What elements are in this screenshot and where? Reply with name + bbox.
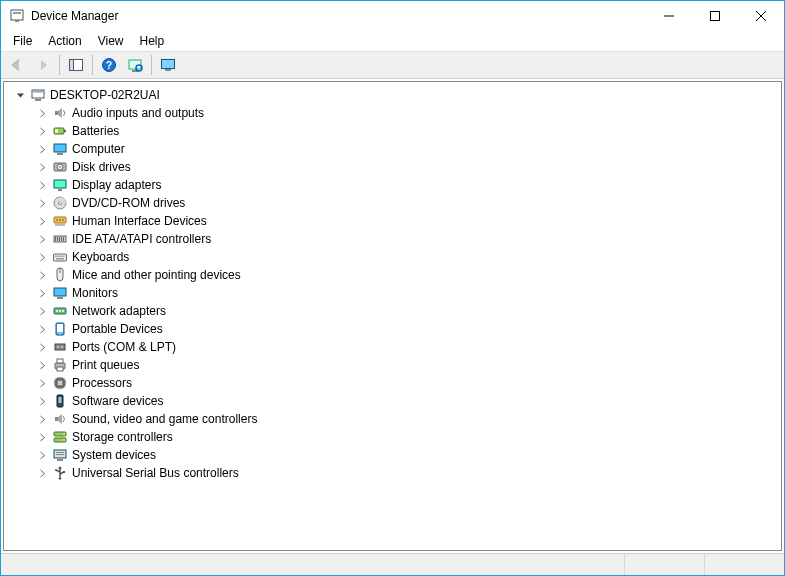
statusbar-cell — [624, 554, 704, 575]
tree-root-node[interactable]: DESKTOP-02R2UAI — [8, 86, 781, 104]
tree-node[interactable]: Batteries — [8, 122, 781, 140]
chevron-right-icon[interactable] — [36, 413, 48, 425]
tree-node-label: Print queues — [72, 358, 139, 372]
tree-node-label: Portable Devices — [72, 322, 163, 336]
minimize-button[interactable] — [646, 1, 692, 31]
tree-node[interactable]: Sound, video and game controllers — [8, 410, 781, 428]
chevron-right-icon[interactable] — [36, 125, 48, 137]
chevron-right-icon[interactable] — [36, 179, 48, 191]
tree-node[interactable]: Storage controllers — [8, 428, 781, 446]
tree-node-label: Computer — [72, 142, 125, 156]
chevron-right-icon[interactable] — [36, 215, 48, 227]
toolbar-forward-button[interactable] — [31, 53, 55, 77]
tree-node-label: Disk drives — [72, 160, 131, 174]
tree-node[interactable]: Computer — [8, 140, 781, 158]
tree-node[interactable]: Software devices — [8, 392, 781, 410]
tree-node[interactable]: Print queues — [8, 356, 781, 374]
tree-node[interactable]: DVD/CD-ROM drives — [8, 194, 781, 212]
chevron-right-icon[interactable] — [36, 197, 48, 209]
tree-node[interactable]: Monitors — [8, 284, 781, 302]
tree-node[interactable]: Portable Devices — [8, 320, 781, 338]
arrow-left-icon — [9, 57, 25, 73]
menu-view[interactable]: View — [90, 32, 132, 50]
tree-node-label: Mice and other pointing devices — [72, 268, 241, 282]
toolbar-scan-button[interactable] — [123, 53, 147, 77]
chevron-right-icon[interactable] — [36, 395, 48, 407]
svg-rect-2 — [15, 20, 19, 22]
tree-node[interactable]: Disk drives — [8, 158, 781, 176]
window-buttons — [646, 1, 784, 31]
tree-node-label: Monitors — [72, 286, 118, 300]
menu-file[interactable]: File — [5, 32, 40, 50]
maximize-button[interactable] — [692, 1, 738, 31]
device-manager-window: Device Manager File Action View Help — [0, 0, 785, 576]
hid-icon — [52, 213, 68, 229]
usb-icon — [52, 465, 68, 481]
tree-node[interactable]: Ports (COM & LPT) — [8, 338, 781, 356]
chevron-right-icon[interactable] — [36, 359, 48, 371]
system-icon — [52, 447, 68, 463]
tree-node-label: Sound, video and game controllers — [72, 412, 257, 426]
tree-node[interactable]: Human Interface Devices — [8, 212, 781, 230]
tree-node-label: Network adapters — [72, 304, 166, 318]
menu-action[interactable]: Action — [40, 32, 89, 50]
svg-rect-8 — [70, 60, 74, 71]
tree-node[interactable]: Display adapters — [8, 176, 781, 194]
chevron-right-icon[interactable] — [36, 143, 48, 155]
tree-node-label: Storage controllers — [72, 430, 173, 444]
window-title: Device Manager — [31, 9, 646, 23]
svg-rect-15 — [165, 69, 171, 71]
tree-node[interactable]: Network adapters — [8, 302, 781, 320]
menubar: File Action View Help — [1, 31, 784, 51]
toolbar-monitor-button[interactable] — [156, 53, 180, 77]
chevron-right-icon[interactable] — [36, 467, 48, 479]
chevron-right-icon[interactable] — [36, 431, 48, 443]
chevron-right-icon[interactable] — [36, 107, 48, 119]
tree-root-label: DESKTOP-02R2UAI — [50, 88, 160, 102]
toolbar-back-button[interactable] — [5, 53, 29, 77]
chevron-right-icon[interactable] — [36, 251, 48, 263]
portable-icon — [52, 321, 68, 337]
scan-hardware-icon — [127, 57, 143, 73]
menu-help[interactable]: Help — [132, 32, 173, 50]
tree-node[interactable]: System devices — [8, 446, 781, 464]
toolbar-showhide-tree-button[interactable] — [64, 53, 88, 77]
statusbar-cell — [704, 554, 784, 575]
close-button[interactable] — [738, 1, 784, 31]
chevron-right-icon[interactable] — [36, 305, 48, 317]
monitor-icon — [52, 285, 68, 301]
toolbar: ? — [1, 51, 784, 79]
statusbar-spacer — [1, 554, 624, 575]
tree-node-label: Software devices — [72, 394, 163, 408]
tree-node-label: Audio inputs and outputs — [72, 106, 204, 120]
chevron-right-icon[interactable] — [36, 287, 48, 299]
toolbar-separator — [151, 55, 152, 75]
tree-node[interactable]: Mice and other pointing devices — [8, 266, 781, 284]
chevron-right-icon[interactable] — [36, 323, 48, 335]
tree-node[interactable]: IDE ATA/ATAPI controllers — [8, 230, 781, 248]
chevron-right-icon[interactable] — [36, 233, 48, 245]
cpu-icon — [52, 375, 68, 391]
device-tree-panel[interactable]: DESKTOP-02R2UAIAudio inputs and outputsB… — [3, 81, 782, 551]
tree-node-label: System devices — [72, 448, 156, 462]
chevron-right-icon[interactable] — [36, 377, 48, 389]
tree-node-label: Keyboards — [72, 250, 129, 264]
chevron-right-icon[interactable] — [36, 269, 48, 281]
tree-node[interactable]: Keyboards — [8, 248, 781, 266]
chevron-right-icon[interactable] — [36, 161, 48, 173]
app-icon — [9, 8, 25, 24]
chevron-right-icon[interactable] — [36, 449, 48, 461]
toolbar-separator — [59, 55, 60, 75]
svg-line-6 — [756, 11, 766, 21]
tree-node[interactable]: Processors — [8, 374, 781, 392]
tree-pane-icon — [68, 57, 84, 73]
tree-node-label: Human Interface Devices — [72, 214, 207, 228]
ide-icon — [52, 231, 68, 247]
tree-node[interactable]: Audio inputs and outputs — [8, 104, 781, 122]
chevron-down-icon[interactable] — [14, 89, 26, 101]
chevron-right-icon[interactable] — [36, 341, 48, 353]
toolbar-separator — [92, 55, 93, 75]
tree-node[interactable]: Universal Serial Bus controllers — [8, 464, 781, 482]
port-icon — [52, 339, 68, 355]
toolbar-help-button[interactable]: ? — [97, 53, 121, 77]
